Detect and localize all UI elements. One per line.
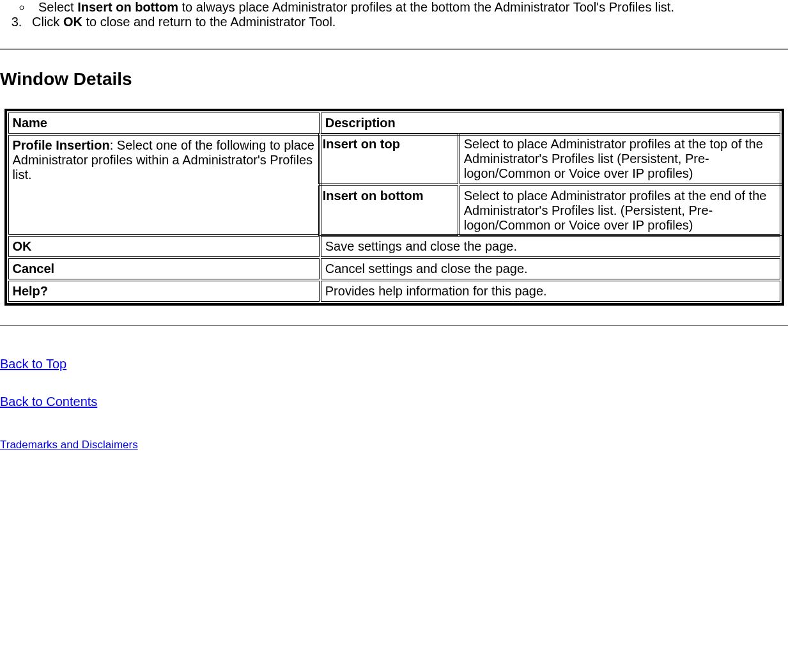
section-divider-bottom: [0, 325, 788, 326]
table-row-help: Help? Provides help information for this…: [8, 281, 780, 302]
window-details-table: Name Description Profile Insertion: Sele…: [4, 109, 784, 306]
cell-profile-insertion-name: Profile Insertion: Select one of the fol…: [8, 135, 320, 235]
step3-suffix: to close and return to the Administrator…: [82, 15, 336, 29]
profile-insertion-subtable: Insert on top Select to place Administra…: [317, 132, 784, 237]
col-header-name: Name: [8, 113, 320, 134]
cell-insert-on-top-desc: Select to place Administrator profiles a…: [460, 134, 783, 184]
table-row-cancel: Cancel Cancel settings and close the pag…: [8, 258, 780, 279]
table-row-profile-insertion: Profile Insertion: Select one of the fol…: [8, 135, 780, 235]
link-trademarks-disclaimers[interactable]: Trademarks and Disclaimers: [0, 439, 138, 451]
sub-bullet-prefix: Select: [38, 0, 77, 14]
table-header-row: Name Description: [8, 113, 780, 134]
cell-insert-on-top-name: Insert on top: [318, 134, 458, 184]
cell-help-desc: Provides help information for this page.: [321, 281, 780, 302]
cell-cancel-desc: Cancel settings and close the page.: [321, 258, 780, 279]
section-divider-top: [0, 49, 788, 50]
cell-cancel-name: Cancel: [8, 258, 320, 279]
step3-prefix: Click: [32, 15, 63, 29]
link-back-to-contents[interactable]: Back to Contents: [0, 395, 97, 409]
sub-bullet-bold: Insert on bottom: [77, 0, 178, 14]
step3-bold: OK: [63, 15, 82, 29]
instruction-sub-bullet: Select Insert on bottom to always place …: [32, 0, 788, 15]
cell-insert-on-bottom-name: Insert on bottom: [318, 185, 458, 236]
cell-insert-on-bottom-desc: Select to place Administrator profiles a…: [460, 185, 783, 236]
cell-help-name: Help?: [8, 281, 320, 302]
subtable-row-insert-on-bottom: Insert on bottom Select to place Adminis…: [318, 185, 783, 236]
cell-ok-desc: Save settings and close the page.: [321, 236, 780, 257]
instruction-step-3: Click OK to close and return to the Admi…: [26, 15, 788, 29]
profile-insertion-label: Profile Insertion: [13, 138, 110, 152]
col-header-description: Description: [321, 113, 780, 134]
section-heading-window-details: Window Details: [0, 69, 788, 90]
link-back-to-top[interactable]: Back to Top: [0, 357, 66, 371]
subtable-row-insert-on-top: Insert on top Select to place Administra…: [318, 134, 783, 184]
sub-bullet-suffix: to always place Administrator profiles a…: [178, 0, 674, 14]
cell-profile-insertion-desc: Insert on top Select to place Administra…: [321, 135, 780, 235]
cell-ok-name: OK: [8, 236, 320, 257]
table-row-ok: OK Save settings and close the page.: [8, 236, 780, 257]
